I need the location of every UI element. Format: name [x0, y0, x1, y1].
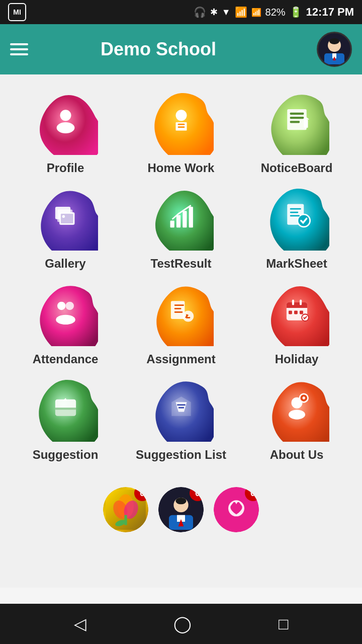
- menu-grid: Profile Home Work: [0, 74, 362, 477]
- blob-profile: [33, 90, 98, 155]
- fab-trophy[interactable]: 0: [103, 487, 148, 532]
- svg-point-22: [62, 215, 65, 218]
- menu-icon-aboutus: [283, 392, 311, 426]
- svg-rect-42: [286, 306, 307, 308]
- svg-rect-21: [60, 214, 73, 223]
- user-avatar[interactable]: [317, 32, 352, 67]
- menu-item-noticeboard[interactable]: NoticeBoard: [249, 90, 344, 175]
- svg-point-3: [329, 38, 339, 44]
- menu-icon-homework: [167, 106, 195, 139]
- fab-pink[interactable]: 0: [214, 487, 259, 532]
- menu-icon-assignment: [167, 297, 195, 330]
- signal-icon: ▼: [222, 7, 231, 18]
- svg-rect-37: [174, 308, 181, 309]
- blob-suggestion: [33, 376, 98, 442]
- svg-rect-36: [174, 304, 184, 306]
- avatar-svg: [319, 34, 349, 64]
- blob-marksheet: [264, 185, 329, 251]
- battery-icon: 🔋: [290, 6, 302, 18]
- menu-label-testresult: TestResult: [151, 257, 212, 271]
- menu-item-gallery[interactable]: Gallery: [18, 185, 113, 271]
- blob-noticeboard: [264, 90, 329, 155]
- menu-item-holiday[interactable]: Holiday: [249, 281, 344, 366]
- svg-rect-51: [55, 408, 75, 410]
- menu-icon-attendance: [52, 297, 79, 330]
- blob-gallery: [33, 185, 98, 251]
- svg-point-7: [56, 122, 74, 133]
- nav-back-button[interactable]: ◁: [74, 614, 86, 633]
- fab-area: 0 0: [0, 477, 362, 588]
- menu-item-suggestionlist[interactable]: Suggestion List: [133, 376, 229, 462]
- menu-label-attendance: Attendance: [33, 352, 99, 366]
- svg-point-54: [289, 410, 305, 419]
- menu-icon-suggestionlist: [167, 392, 195, 426]
- menu-icon-suggestion: [52, 392, 79, 426]
- menu-item-profile[interactable]: Profile: [18, 90, 113, 175]
- menu-item-attendance[interactable]: Attendance: [18, 281, 113, 366]
- menu-label-homework: Home Work: [148, 161, 215, 175]
- status-time: 12:17 PM: [306, 6, 354, 19]
- svg-rect-13: [290, 113, 304, 115]
- blob-assignment: [148, 281, 214, 346]
- headphone-icon: 🎧: [194, 6, 206, 18]
- blob-testresult: [148, 185, 214, 251]
- svg-rect-10: [177, 124, 185, 125]
- svg-point-32: [57, 302, 66, 310]
- blob-attendance: [33, 281, 98, 346]
- svg-rect-30: [290, 212, 298, 213]
- svg-rect-31: [290, 215, 299, 217]
- svg-rect-24: [176, 215, 180, 228]
- fab-avatar[interactable]: 0: [158, 487, 204, 532]
- svg-point-6: [60, 110, 71, 121]
- svg-point-33: [65, 302, 74, 310]
- app-title: Demo School: [0, 39, 317, 60]
- menu-item-testresult[interactable]: TestResult: [133, 185, 229, 271]
- bluetooth-icon: ✱: [210, 7, 218, 18]
- app-bar: Demo School: [0, 24, 362, 74]
- menu-item-marksheet[interactable]: MarkSheet: [249, 185, 344, 271]
- menu-label-profile: Profile: [47, 161, 84, 175]
- svg-rect-23: [170, 221, 174, 228]
- svg-rect-47: [300, 311, 303, 314]
- blob-holiday: [264, 281, 329, 346]
- menu-item-aboutus[interactable]: About Us: [249, 376, 344, 462]
- svg-point-39: [183, 311, 194, 322]
- svg-rect-16: [304, 120, 308, 128]
- wifi-icon: 📶: [235, 6, 247, 18]
- svg-rect-29: [290, 208, 301, 210]
- menu-icon-marksheet: [283, 201, 311, 234]
- nav-home-button[interactable]: ◯: [173, 614, 192, 633]
- menu-icon-holiday: [283, 297, 311, 330]
- menu-label-assignment: Assignment: [146, 352, 215, 366]
- svg-point-34: [56, 315, 75, 325]
- menu-item-homework[interactable]: Home Work: [133, 90, 229, 175]
- menu-label-suggestionlist: Suggestion List: [136, 448, 226, 462]
- svg-rect-26: [189, 207, 193, 227]
- svg-point-66: [175, 498, 186, 504]
- svg-rect-38: [174, 311, 183, 313]
- svg-rect-62: [124, 515, 127, 525]
- status-right: 🎧 ✱ ▼ 📶 📶 82% 🔋 12:17 PM: [194, 6, 354, 19]
- blob-aboutus: [264, 376, 329, 442]
- menu-item-suggestion[interactable]: Suggestion: [18, 376, 113, 462]
- svg-rect-15: [290, 121, 299, 123]
- menu-label-holiday: Holiday: [275, 352, 319, 366]
- nav-recent-button[interactable]: □: [279, 615, 288, 633]
- svg-rect-46: [294, 311, 298, 314]
- battery-text: 82%: [265, 7, 286, 18]
- svg-rect-11: [177, 126, 185, 128]
- svg-rect-44: [300, 300, 302, 305]
- status-left: MI: [8, 3, 26, 21]
- menu-icon-profile: [52, 106, 79, 139]
- lte-icon: 📶: [251, 8, 261, 17]
- menu-icon-gallery: [52, 201, 79, 234]
- menu-label-suggestion: Suggestion: [33, 448, 99, 462]
- menu-item-assignment[interactable]: Assignment: [133, 281, 229, 366]
- bottom-nav: ◁ ◯ □: [0, 604, 362, 644]
- svg-point-8: [175, 110, 187, 121]
- menu-icon-testresult: [167, 201, 195, 234]
- menu-label-noticeboard: NoticeBoard: [261, 161, 333, 175]
- svg-rect-25: [183, 211, 187, 227]
- svg-rect-35: [170, 301, 185, 319]
- svg-rect-43: [292, 300, 294, 305]
